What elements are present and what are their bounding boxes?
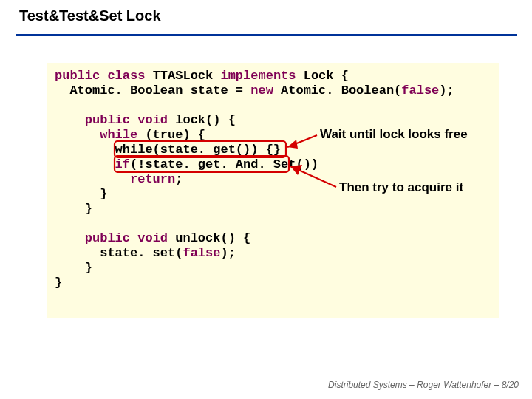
code-text: } xyxy=(55,261,92,275)
code-text xyxy=(55,216,62,231)
code-text: (!state. get. And. Set()) xyxy=(130,157,318,171)
code-text: } xyxy=(55,276,62,290)
code-text: public xyxy=(55,113,130,127)
footer-sep: – xyxy=(407,380,417,390)
code-text: } xyxy=(55,202,92,216)
code-text: return xyxy=(55,172,175,186)
code-text: state. set( xyxy=(55,246,183,260)
code-text: (true) { xyxy=(137,128,205,142)
slide-footer: Distributed Systems – Roger Wattenhofer … xyxy=(328,380,519,390)
code-text: ); xyxy=(220,246,235,260)
code-text: lock() { xyxy=(168,113,236,127)
code-text: ; xyxy=(175,172,183,186)
code-text: public xyxy=(55,69,100,83)
code-text: implements xyxy=(220,69,296,83)
slide-title: Test&Test&Set Lock xyxy=(19,7,161,24)
code-text: TTASLock xyxy=(145,69,220,83)
code-text: Lock { xyxy=(296,69,349,83)
code-text: false xyxy=(183,246,220,260)
code-text xyxy=(55,98,62,112)
code-content: public class TTASLock implements Lock { … xyxy=(55,69,454,290)
code-text: Atomic. Boolean( xyxy=(273,83,401,98)
annotation-acquire: Then try to acquire it xyxy=(339,180,509,195)
code-text: class xyxy=(100,69,145,83)
code-text: if xyxy=(55,157,130,171)
code-text: false xyxy=(401,83,439,98)
footer-author: Roger Wattenhofer xyxy=(417,380,491,390)
code-text: Atomic. Boolean state = xyxy=(55,83,250,98)
code-text: while xyxy=(55,128,137,142)
footer-sep: – xyxy=(491,380,501,390)
title-rule xyxy=(16,34,517,36)
code-text: void xyxy=(130,113,168,127)
footer-course: Distributed Systems xyxy=(328,380,407,390)
annotation-wait-free: Wait until lock looks free xyxy=(320,127,490,142)
code-text: void xyxy=(130,231,168,245)
code-text: while(state. get()) {} xyxy=(55,143,281,157)
footer-page: 8/20 xyxy=(502,380,519,390)
code-block: public class TTASLock implements Lock { … xyxy=(47,63,499,318)
code-text: unlock() { xyxy=(168,231,250,245)
code-text: new xyxy=(250,83,273,98)
code-text: } xyxy=(55,187,107,201)
code-text: ); xyxy=(439,83,454,98)
code-text: public xyxy=(55,231,130,245)
